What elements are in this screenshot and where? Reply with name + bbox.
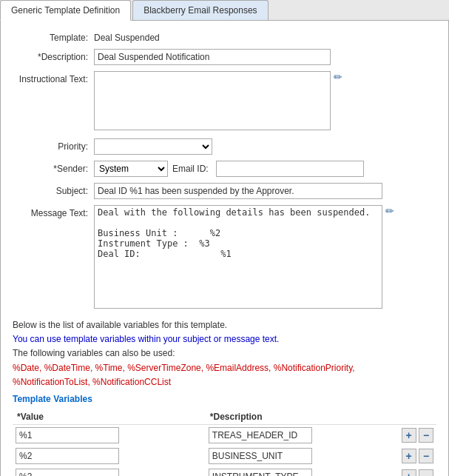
info-line4: %Date, %DateTime, %Time, %ServerTimeZone… <box>13 361 436 375</box>
remove-row-button[interactable]: − <box>419 469 433 476</box>
message-row: Message Text: Deal with the following de… <box>13 205 436 311</box>
add-row-button[interactable]: + <box>402 469 416 476</box>
priority-select-wrapper <box>94 138 212 155</box>
remove-row-button[interactable]: − <box>419 428 433 443</box>
info-section: Below is the list of available variables… <box>13 318 436 406</box>
instructional-row: Instructional Text: ✏ <box>13 71 436 133</box>
desc-input[interactable] <box>209 448 312 464</box>
sender-select[interactable]: System <box>94 161 168 177</box>
priority-row: Priority: <box>13 138 436 155</box>
tab-bar: Generic Template Definition Blackberry E… <box>0 0 449 21</box>
template-row: Template: Deal Suspended <box>13 30 436 43</box>
info-line3: The following variables can also be used… <box>13 346 436 361</box>
instructional-label: Instructional Text: <box>13 71 94 84</box>
sender-label: *Sender: <box>13 161 94 174</box>
priority-label: Priority: <box>13 138 94 152</box>
instructional-wrapper: ✏ <box>94 71 331 133</box>
value-input[interactable] <box>16 469 119 476</box>
message-edit-icon[interactable]: ✏ <box>385 205 394 217</box>
description-row: *Description: <box>13 49 436 65</box>
description-label: *Description: <box>13 49 94 62</box>
col-desc-header: *Description <box>206 409 399 425</box>
subject-label: Subject: <box>13 183 94 196</box>
sender-row: *Sender: System Email ID: <box>13 161 436 177</box>
instructional-edit-icon[interactable]: ✏ <box>334 71 342 83</box>
value-input[interactable] <box>16 448 119 464</box>
desc-input[interactable] <box>209 427 312 443</box>
add-row-button[interactable]: + <box>402 449 416 463</box>
value-input[interactable] <box>16 427 119 443</box>
message-wrapper: Deal with the following details has been… <box>94 205 382 311</box>
table-row: + − <box>13 466 436 476</box>
info-line2: You can use template variables within yo… <box>13 332 436 346</box>
info-line5: %NotificationToList, %NotificationCCList <box>13 375 436 389</box>
email-id-label: Email ID: <box>172 164 212 174</box>
desc-input[interactable] <box>209 469 312 476</box>
remove-row-button[interactable]: − <box>419 449 433 463</box>
message-textarea[interactable]: Deal with the following details has been… <box>94 205 382 309</box>
sender-controls: System Email ID: <box>94 161 364 177</box>
main-content: Template: Deal Suspended *Description: I… <box>0 21 449 476</box>
template-vars-title: Template Variables <box>13 392 436 406</box>
table-row: + − <box>13 446 436 466</box>
template-label: Template: <box>13 30 94 43</box>
subject-row: Subject: <box>13 183 436 199</box>
tab-generic-template[interactable]: Generic Template Definition <box>0 0 131 21</box>
tab-blackberry-email[interactable]: Blackberry Email Responses <box>132 0 268 20</box>
add-row-button[interactable]: + <box>402 428 416 443</box>
col-actions-header <box>399 409 436 425</box>
priority-select[interactable] <box>94 138 212 155</box>
col-value-header: *Value <box>13 409 206 425</box>
email-id-input[interactable] <box>216 161 364 177</box>
message-label: Message Text: <box>13 205 94 218</box>
template-value: Deal Suspended <box>94 30 160 43</box>
vars-table: *Value *Description + −+ −+ −+ − <box>13 409 436 476</box>
description-input[interactable] <box>94 49 331 65</box>
subject-input[interactable] <box>94 183 382 199</box>
table-row: + − <box>13 425 436 446</box>
info-line1: Below is the list of available variables… <box>13 318 436 332</box>
instructional-textarea[interactable] <box>94 71 331 130</box>
